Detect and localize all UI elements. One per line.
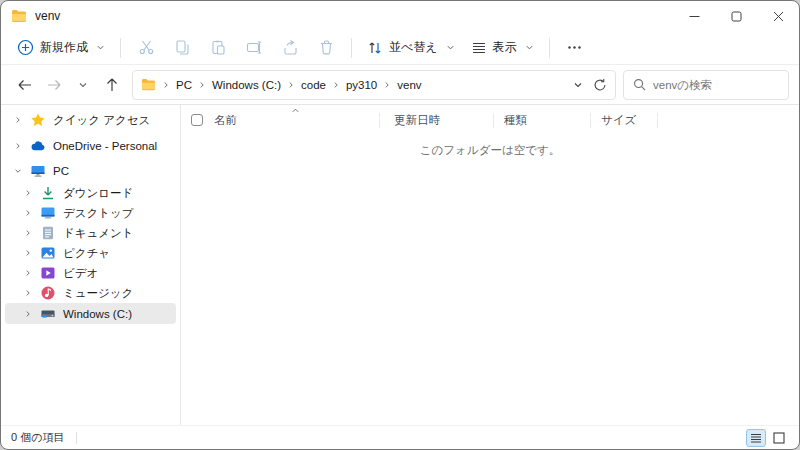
search-input[interactable] [653, 79, 779, 91]
delete-button[interactable] [308, 34, 344, 62]
paste-button[interactable] [200, 34, 236, 62]
folder-icon [141, 77, 156, 92]
desktop-icon [40, 205, 56, 221]
sidebar-item-label: Windows (C:) [63, 308, 132, 320]
sidebar-item-pictures[interactable]: ピクチャ [5, 243, 176, 263]
sort-ascending-icon [291, 106, 300, 115]
chevron-down-icon[interactable] [13, 167, 23, 175]
back-button[interactable] [11, 71, 38, 98]
sidebar-item-label: ビデオ [63, 266, 98, 281]
sidebar-item-label: ミュージック [63, 286, 133, 301]
chevron-right-icon[interactable] [23, 229, 33, 237]
sidebar-item-quick-access[interactable]: クイック アクセス [5, 107, 176, 133]
close-button[interactable] [757, 1, 799, 31]
sidebar-item-pc[interactable]: PC [5, 159, 176, 183]
toolbar-separator [120, 38, 121, 58]
sort-button-label: 並べ替え [389, 39, 438, 56]
breadcrumb-item-venv[interactable]: venv [393, 77, 425, 93]
chevron-right-icon[interactable] [23, 249, 33, 257]
toolbar-separator [549, 38, 550, 58]
details-view-button[interactable] [746, 429, 766, 447]
music-icon [40, 285, 56, 301]
explorer-window: venv 新規作成 [0, 0, 800, 450]
view-button-label: 表示 [493, 39, 517, 56]
sidebar-item-downloads[interactable]: ダウンロード [5, 183, 176, 203]
sidebar-item-label: ドキュメント [63, 226, 134, 241]
command-bar: 新規作成 並べ替え [1, 31, 799, 65]
status-divider [76, 432, 77, 444]
column-size-label: サイズ [601, 113, 636, 128]
column-header-size[interactable]: サイズ [591, 109, 657, 131]
chevron-down-icon [525, 43, 534, 52]
column-header-row: 名前 更新日時 種類 サイズ [191, 109, 799, 131]
up-button[interactable] [98, 71, 125, 98]
toolbar-separator [351, 38, 352, 58]
column-divider[interactable] [657, 113, 658, 128]
view-button[interactable]: 表示 [463, 35, 542, 60]
breadcrumb-separator-icon [383, 81, 391, 89]
forward-button[interactable] [40, 71, 67, 98]
rename-button[interactable] [236, 34, 272, 62]
recent-locations-button[interactable] [69, 71, 96, 98]
window-title: venv [35, 9, 60, 23]
breadcrumb-separator-icon [332, 81, 340, 89]
sidebar-item-documents[interactable]: ドキュメント [5, 223, 176, 243]
address-dropdown-chevron-icon[interactable] [573, 80, 583, 90]
chevron-right-icon[interactable] [23, 209, 33, 217]
chevron-right-icon[interactable] [23, 310, 33, 318]
breadcrumb-separator-icon [287, 81, 295, 89]
copy-button[interactable] [164, 34, 200, 62]
onedrive-cloud-icon [30, 138, 46, 154]
sidebar-item-videos[interactable]: ビデオ [5, 263, 176, 283]
breadcrumb-item-code[interactable]: code [297, 77, 330, 93]
pictures-icon [40, 245, 56, 261]
chevron-right-icon[interactable] [23, 189, 33, 197]
downloads-icon [40, 185, 56, 201]
sidebar-item-label: PC [53, 165, 69, 177]
title-bar: venv [1, 1, 799, 31]
sidebar-item-windows-c[interactable]: Windows (C:) [5, 303, 176, 324]
breadcrumb-item-py310[interactable]: py310 [342, 77, 381, 93]
column-type-label: 種類 [504, 113, 527, 128]
minimize-button[interactable] [673, 1, 715, 31]
new-button-label: 新規作成 [40, 39, 88, 56]
sort-button[interactable]: 並べ替え [359, 35, 463, 60]
cut-button[interactable] [128, 34, 164, 62]
chevron-right-icon[interactable] [13, 142, 23, 150]
column-header-type[interactable]: 種類 [494, 109, 590, 131]
sidebar-item-label: ピクチャ [63, 246, 110, 261]
share-button[interactable] [272, 34, 308, 62]
column-header-name[interactable]: 名前 [191, 109, 379, 131]
chevron-right-icon[interactable] [23, 269, 33, 277]
videos-icon [40, 265, 56, 281]
address-bar: PC Windows (C:) code py310 venv [1, 65, 799, 105]
item-count: 0 個の項目 [11, 430, 64, 445]
pc-monitor-icon [30, 163, 46, 179]
breadcrumb[interactable]: PC Windows (C:) code py310 venv [132, 70, 616, 100]
sort-arrows-icon [367, 40, 383, 56]
navigation-pane: クイック アクセス OneDrive - Personal PC [1, 105, 181, 425]
drive-icon [40, 306, 56, 322]
search-icon [633, 78, 646, 91]
more-options-button[interactable] [557, 34, 593, 62]
chevron-right-icon[interactable] [23, 289, 33, 297]
breadcrumb-separator-icon [198, 81, 206, 89]
search-box[interactable] [623, 70, 789, 100]
maximize-button[interactable] [715, 1, 757, 31]
sidebar-item-label: クイック アクセス [53, 113, 150, 128]
content-area: クイック アクセス OneDrive - Personal PC [1, 105, 799, 425]
column-name-label: 名前 [214, 113, 237, 128]
sidebar-item-desktop[interactable]: デスクトップ [5, 203, 176, 223]
file-list-pane: 名前 更新日時 種類 サイズ このフォルダーは [181, 105, 799, 425]
refresh-icon[interactable] [593, 78, 607, 92]
sidebar-item-music[interactable]: ミュージック [5, 283, 176, 303]
column-header-date[interactable]: 更新日時 [380, 109, 493, 131]
sidebar-item-onedrive[interactable]: OneDrive - Personal [5, 133, 176, 159]
breadcrumb-item-windows-c[interactable]: Windows (C:) [208, 77, 285, 93]
empty-folder-message: このフォルダーは空です。 [181, 143, 799, 158]
select-all-checkbox[interactable] [191, 114, 203, 126]
breadcrumb-item-pc[interactable]: PC [172, 77, 196, 93]
new-button[interactable]: 新規作成 [9, 35, 113, 60]
large-icons-view-button[interactable] [769, 429, 789, 447]
chevron-right-icon[interactable] [13, 116, 23, 124]
